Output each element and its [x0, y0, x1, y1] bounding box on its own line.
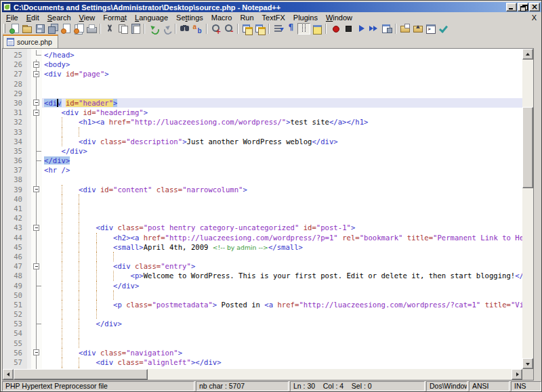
menu-item-search[interactable]: Search	[43, 14, 75, 22]
toolbar-redo-button[interactable]	[160, 23, 173, 35]
toolbar-copy-button[interactable]	[116, 23, 129, 35]
code-line-40[interactable]: 40	[3, 194, 522, 204]
toolbar-paste-button[interactable]	[129, 23, 142, 35]
toolbar-grip[interactable]	[3, 24, 5, 33]
hscroll-left-arrow[interactable]	[3, 369, 14, 380]
code-line-38[interactable]: 38	[3, 175, 522, 184]
code-line-37[interactable]: 37<hr />	[3, 165, 522, 175]
code-area[interactable]: 25</head>26<body>27<div id="page">282930…	[3, 49, 522, 369]
fold-collapse-icon[interactable]	[33, 62, 39, 68]
toolbar-new-file-button[interactable]	[7, 23, 20, 35]
toolbar-macro-save-button[interactable]	[380, 23, 393, 35]
code-line-27[interactable]: 27<div id="page">	[3, 69, 522, 79]
toolbar-undo-button[interactable]	[147, 23, 160, 35]
code-line-31[interactable]: 31 <div id="headerimg">	[3, 108, 522, 117]
vscroll-down-arrow[interactable]	[522, 358, 533, 369]
code-line-48[interactable]: 48 <p>Welcome to WordPress. This is your…	[3, 271, 522, 280]
code-line-25[interactable]: 25</head>	[3, 50, 522, 60]
toolbar-open-file-button[interactable]	[20, 23, 33, 35]
fold-cell[interactable]	[31, 60, 42, 69]
hscroll-thumb[interactable]	[14, 369, 148, 380]
toolbar-zoom-in-button[interactable]	[209, 23, 222, 35]
toolbar-word-wrap-button[interactable]	[272, 23, 285, 35]
toolbar-save-file-button[interactable]	[33, 23, 46, 35]
code-line-55[interactable]: 55	[3, 339, 522, 348]
toolbar-spell-check-button[interactable]	[437, 23, 450, 35]
toolbar-close-all-button[interactable]	[72, 23, 85, 35]
menu-item-textfx[interactable]: TextFX	[258, 14, 289, 22]
toolbar-show-indent-guide-button[interactable]	[297, 23, 310, 35]
code-line-42[interactable]: 42	[3, 213, 522, 223]
code-line-53[interactable]: 53 </div>	[3, 319, 522, 328]
menu-item-view[interactable]: View	[75, 14, 100, 22]
toolbar-console-button[interactable]	[424, 23, 437, 35]
toolbar-find-button[interactable]	[178, 23, 191, 35]
menu-item-plugins[interactable]: Plugins	[289, 14, 322, 22]
toolbar-cut-button[interactable]	[103, 23, 116, 35]
toolbar-sync-horizontal-scroll-button[interactable]	[253, 23, 266, 35]
toolbar-close-file-button[interactable]	[59, 23, 72, 35]
toolbar-replace-button[interactable]	[191, 23, 204, 35]
minimize-button[interactable]	[506, 3, 517, 12]
toolbar-user-defined-dialog-button[interactable]	[310, 23, 323, 35]
code-line-39[interactable]: 39 <div id="content" class="narrowcolumn…	[3, 185, 522, 194]
code-line-46[interactable]: 46	[3, 252, 522, 261]
code-line-32[interactable]: 32 <h1><a href="http://luaczeesiong.com/…	[3, 117, 522, 127]
fold-cell[interactable]	[31, 261, 42, 271]
code-line-36[interactable]: 36</div>	[3, 156, 522, 165]
fold-collapse-icon[interactable]	[33, 71, 39, 77]
vscroll-up-arrow[interactable]	[522, 49, 533, 60]
fold-collapse-icon[interactable]	[33, 263, 39, 269]
code-line-51[interactable]: 51 <p class="postmetadata"> Posted in <a…	[3, 300, 522, 309]
code-line-43[interactable]: 43 <div class="post hentry category-unca…	[3, 223, 522, 232]
fold-collapse-icon[interactable]	[33, 100, 39, 106]
title-bar[interactable]: C:\Documents and Settings\Administrator\…	[2, 2, 541, 12]
menu-item-file[interactable]: File	[2, 14, 22, 22]
horizontal-scrollbar[interactable]	[3, 369, 522, 380]
code-line-30[interactable]: 30<div id="header">	[3, 98, 522, 108]
menu-item-format[interactable]: Format	[99, 14, 131, 22]
vertical-scrollbar[interactable]	[522, 49, 533, 369]
toolbar-open-current-folder-button[interactable]	[411, 23, 424, 35]
code-line-41[interactable]: 41	[3, 204, 522, 213]
fold-cell[interactable]	[31, 185, 42, 194]
code-line-49[interactable]: 49 </div>	[3, 281, 522, 290]
code-line-47[interactable]: 47 <div class="entry">	[3, 261, 522, 271]
toolbar-macro-stop-button[interactable]	[341, 23, 354, 35]
menu-item-run[interactable]: Run	[236, 14, 257, 22]
fold-collapse-icon[interactable]	[33, 225, 39, 231]
code-line-57[interactable]: 57 <div class="alignleft"></div>	[3, 357, 522, 367]
code-line-52[interactable]: 52	[3, 309, 522, 319]
menu-item-language[interactable]: Language	[131, 14, 172, 22]
fold-cell[interactable]	[31, 69, 42, 79]
toolbar-macro-run-multiple-button[interactable]	[367, 23, 380, 35]
fold-cell[interactable]	[31, 98, 42, 108]
code-line-35[interactable]: 35 </div>	[3, 146, 522, 156]
menu-item-settings[interactable]: Settings	[172, 14, 207, 22]
menu-item-window[interactable]: Window	[322, 14, 356, 22]
fold-cell[interactable]	[31, 223, 42, 232]
toolbar-zoom-out-button[interactable]	[222, 23, 235, 35]
code-line-56[interactable]: 56 <div class="navigation">	[3, 348, 522, 357]
menu-item-edit[interactable]: Edit	[22, 14, 43, 22]
toolbar-macro-play-button[interactable]	[354, 23, 367, 35]
fold-collapse-icon[interactable]	[33, 186, 39, 192]
vscroll-thumb[interactable]	[522, 107, 533, 188]
toolbar-explorer-button[interactable]	[398, 23, 411, 35]
tab-source-php[interactable]: source.php	[3, 35, 58, 48]
fold-cell[interactable]	[31, 348, 42, 357]
restore-button[interactable]	[518, 3, 528, 12]
code-line-45[interactable]: 45 <small>April 4th, 2009 <!-- by admin …	[3, 242, 522, 252]
toolbar-save-all-button[interactable]	[46, 23, 59, 35]
fold-collapse-icon[interactable]	[33, 110, 39, 116]
code-line-54[interactable]: 54	[3, 328, 522, 338]
toolbar-sync-vertical-scroll-button[interactable]	[241, 23, 253, 35]
code-line-44[interactable]: 44 <h2><a href="http://luaczeesiong.com/…	[3, 233, 522, 242]
code-line-28[interactable]: 28	[3, 79, 522, 89]
toolbar-print-button[interactable]	[85, 23, 98, 35]
toolbar-macro-record-button[interactable]	[329, 23, 341, 35]
code-line-34[interactable]: 34 <div class="description">Just another…	[3, 137, 522, 146]
code-line-29[interactable]: 29	[3, 89, 522, 98]
fold-cell[interactable]	[31, 108, 42, 117]
close-document-button[interactable]: X	[527, 14, 541, 22]
